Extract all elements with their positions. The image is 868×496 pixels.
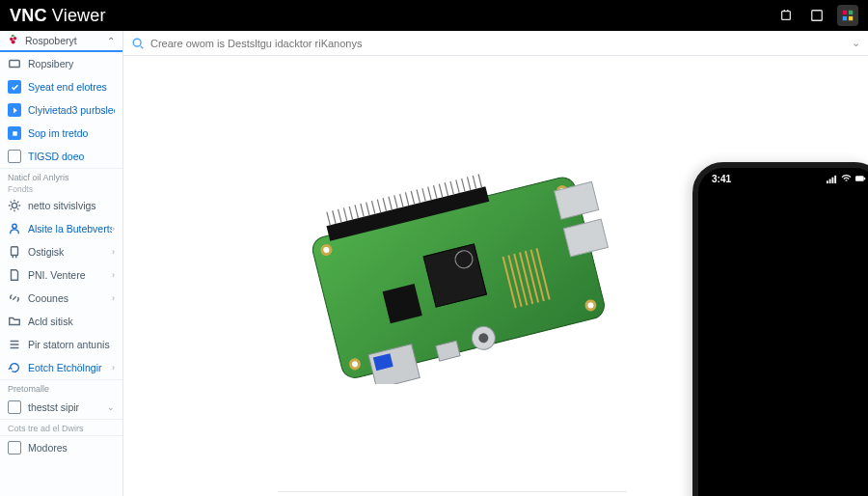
sidebar-item-pni[interactable]: PNI. Ventere › <box>0 263 122 287</box>
device-icon <box>8 57 21 70</box>
sidebar-item-modores[interactable]: Modores <box>0 436 122 459</box>
plug-icon <box>8 245 21 259</box>
svg-line-25 <box>327 212 330 226</box>
sidebar-section-analysis: Naticf oil Anlyris <box>0 169 122 184</box>
sidebar-item-tigsd[interactable]: TIGSD doeo <box>0 145 122 168</box>
svg-line-31 <box>361 204 364 217</box>
svg-line-28 <box>343 207 346 221</box>
sidebar-item-thestst[interactable]: thestst sipir ⌄ <box>0 396 122 419</box>
person-icon <box>8 222 21 235</box>
svg-rect-2 <box>843 11 847 14</box>
gear-icon <box>8 199 21 212</box>
sidebar-header[interactable]: Rospoberyt ⌃ <box>0 31 122 52</box>
sidebar-section-pretomalle: Pretomalle <box>0 380 122 396</box>
svg-line-32 <box>366 203 369 216</box>
sidebar-section-analysis-sub: Fondts <box>0 184 122 194</box>
sidebar-item-clyivietad[interactable]: Clyivietad3 purbslecl <box>0 98 122 122</box>
svg-line-43 <box>428 187 431 201</box>
chevron-up-icon: ⌃ <box>107 36 115 46</box>
sidebar-item-acld[interactable]: Acld sitisk <box>0 310 122 333</box>
svg-point-12 <box>13 224 16 228</box>
svg-rect-9 <box>10 61 20 68</box>
svg-line-41 <box>417 189 420 203</box>
sidebar-item-netto[interactable]: netto sitvislvigs <box>0 194 122 217</box>
sidebar: Rospoberyt ⌃ Ropsibery Syeat end elotres… <box>0 31 123 496</box>
svg-line-33 <box>371 201 374 214</box>
svg-rect-0 <box>782 12 791 20</box>
svg-rect-72 <box>832 178 834 183</box>
chevron-right-icon: › <box>112 293 115 303</box>
svg-line-45 <box>439 184 442 198</box>
svg-line-47 <box>450 181 453 195</box>
square-icon <box>8 126 21 140</box>
phone-time: 3:41 <box>712 174 731 184</box>
svg-line-44 <box>434 185 437 199</box>
page-edge <box>278 484 627 492</box>
sidebar-item-eotch[interactable]: Eotch Etchölngir › <box>0 356 122 379</box>
refresh-icon <box>8 361 21 374</box>
app-title: VNC Viewer <box>10 6 106 26</box>
link-icon <box>8 291 21 305</box>
checkbox-icon <box>8 441 21 455</box>
window-expand-icon[interactable] <box>806 5 827 26</box>
svg-rect-5 <box>849 16 853 20</box>
phone-mockup: 3:41 <box>692 162 868 496</box>
svg-rect-71 <box>829 179 831 184</box>
svg-rect-75 <box>864 178 866 179</box>
play-icon <box>8 103 21 117</box>
search-bar[interactable]: ⌄ <box>123 31 868 56</box>
svg-line-29 <box>349 207 352 220</box>
svg-line-38 <box>400 194 403 207</box>
svg-line-49 <box>462 179 465 192</box>
svg-line-42 <box>422 188 425 202</box>
battery-icon <box>855 174 866 184</box>
checkbox-icon <box>8 400 21 414</box>
doc-icon <box>8 150 21 163</box>
svg-rect-13 <box>12 247 18 256</box>
sidebar-item-coounes[interactable]: Coounes › <box>0 287 122 310</box>
svg-rect-4 <box>843 16 847 20</box>
window-pin-icon[interactable] <box>775 5 797 26</box>
svg-rect-1 <box>812 11 823 21</box>
svg-rect-3 <box>849 11 853 14</box>
raspberry-pi-board-image <box>297 152 615 384</box>
wifi-icon <box>841 174 852 184</box>
sidebar-item-ropsibery[interactable]: Ropsibery <box>0 52 122 75</box>
search-input[interactable] <box>150 38 852 49</box>
svg-line-52 <box>478 175 481 188</box>
sidebar-item-syeat[interactable]: Syeat end elotres <box>0 75 122 98</box>
chevron-down-icon[interactable]: ⌄ <box>852 37 860 49</box>
svg-line-36 <box>389 197 392 210</box>
chevron-down-icon: ⌄ <box>107 402 115 412</box>
raspberry-icon <box>8 35 19 46</box>
file-icon <box>8 268 21 282</box>
signal-icon <box>827 174 837 184</box>
svg-line-34 <box>377 200 380 213</box>
sidebar-item-ostigisk[interactable]: Ostigisk › <box>0 240 122 263</box>
svg-rect-73 <box>834 176 836 183</box>
svg-line-39 <box>405 192 408 206</box>
chevron-right-icon: › <box>112 224 115 234</box>
sidebar-footer-1[interactable]: Cots tre ad el Dwirs <box>0 420 122 435</box>
svg-line-30 <box>355 205 358 218</box>
svg-line-37 <box>394 195 397 208</box>
folder-icon <box>8 315 21 328</box>
svg-line-51 <box>473 176 475 189</box>
sidebar-item-sop[interactable]: Sop im tretdo <box>0 122 122 145</box>
sidebar-item-alsite[interactable]: Alsite la Butebverts › <box>0 217 122 240</box>
svg-rect-10 <box>13 131 17 136</box>
svg-rect-74 <box>855 176 864 181</box>
svg-point-7 <box>14 37 16 40</box>
svg-point-11 <box>12 203 16 207</box>
search-icon <box>131 37 145 50</box>
chevron-right-icon: › <box>112 270 115 280</box>
window-menu-icon[interactable] <box>837 5 858 26</box>
sidebar-item-pirstatorn[interactable]: Pir statorn antunis <box>0 333 122 356</box>
svg-point-14 <box>133 39 141 46</box>
chevron-right-icon: › <box>112 247 115 257</box>
svg-line-50 <box>467 177 470 190</box>
main-area: ⌄ <box>123 31 868 496</box>
titlebar: VNC Viewer <box>0 0 868 31</box>
svg-line-35 <box>383 198 386 211</box>
svg-line-27 <box>339 209 341 223</box>
